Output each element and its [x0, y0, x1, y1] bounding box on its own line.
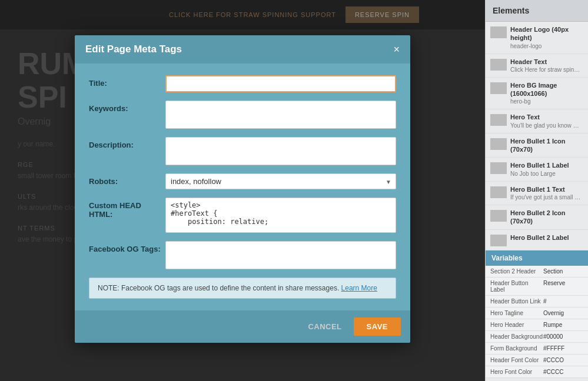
panel-item-sub: If you've got just a small tower roo	[510, 193, 581, 201]
variable-row: Hero Font Color #CCCC	[486, 366, 588, 378]
modal-header: Edit Page Meta Tags ×	[75, 35, 410, 63]
panel-item-thumbnail	[490, 59, 507, 71]
variable-row: Section 2 Header Section	[486, 266, 588, 278]
variable-key: Hero Header	[490, 322, 543, 328]
variable-row: Hero Header Rumpe	[486, 319, 588, 331]
variable-key: Hero Tagline	[490, 310, 543, 316]
variable-key: Header Button Label	[490, 280, 543, 293]
panel-item-thumbnail	[490, 162, 507, 174]
variable-value: Overnig	[543, 310, 564, 316]
variable-row: Header Background #00000	[486, 331, 588, 343]
right-panel: Elements Header Logo (40px height) heade…	[485, 0, 588, 381]
variable-value: Reserve	[543, 280, 565, 293]
modal-overlay: Edit Page Meta Tags × Title: Keywords: D…	[0, 0, 485, 381]
panel-item[interactable]: Hero Bullet 2 Icon (70x70)	[486, 205, 588, 230]
panel-item-label: Hero Bullet 1 Text	[510, 185, 583, 193]
variable-key: Hero Font Color	[490, 369, 543, 375]
description-input[interactable]	[165, 137, 396, 165]
learn-more-link[interactable]: Learn More	[341, 284, 377, 292]
modal-body: Title: Keywords: Description: Robots: in…	[75, 63, 410, 310]
custom-head-input[interactable]	[165, 198, 396, 233]
modal-footer: CANCEL SAVE	[75, 310, 410, 343]
panel-item[interactable]: Header Text Click Here for straw spinnin…	[486, 54, 588, 78]
variable-key: Header Background	[490, 333, 543, 340]
panel-item-sub: header-logo	[510, 42, 581, 50]
panel-item[interactable]: Hero Bullet 1 Label No Job too Large	[486, 158, 588, 181]
custom-head-row: Custom HEAD HTML:	[89, 198, 396, 233]
note-text: NOTE: Facebook OG tags are used to defin…	[98, 284, 339, 292]
variable-key: Section 2 Header	[490, 268, 543, 275]
title-label: Title:	[89, 75, 165, 88]
panel-item[interactable]: Hero BG Image (1600x1066) hero-bg	[486, 78, 588, 110]
variable-key: Header Font Color	[490, 357, 543, 363]
facebook-og-input[interactable]	[165, 241, 396, 269]
robots-label: Robots:	[89, 173, 165, 186]
title-row: Title:	[89, 75, 396, 92]
keywords-row: Keywords:	[89, 101, 396, 129]
panel-item-sub: No Job too Large	[510, 170, 581, 178]
panel-item-label: Hero BG Image (1600x1066)	[510, 81, 583, 98]
variable-value: #FFFFF	[543, 345, 564, 352]
robots-select[interactable]: index, follow index, nofollow noindex, f…	[165, 173, 396, 189]
variable-row: Header Button Link #	[486, 296, 588, 308]
panel-item-sub: hero-bg	[510, 98, 581, 105]
variable-key: Form Background	[490, 345, 543, 352]
edit-meta-tags-modal: Edit Page Meta Tags × Title: Keywords: D…	[75, 35, 410, 343]
panel-item-label: Header Logo (40px height)	[510, 25, 583, 42]
panel-item-thumbnail	[490, 210, 507, 222]
variable-row: Hero Tagline Overnig	[486, 308, 588, 319]
panel-item-label: Hero Bullet 2 Icon (70x70)	[510, 209, 583, 226]
variable-value: Section	[543, 268, 563, 275]
variable-value: Rumpe	[543, 322, 562, 328]
panel-item[interactable]: Hero Bullet 2 Label	[486, 230, 588, 250]
variables-title: Variables	[486, 250, 588, 266]
panel-item-thumbnail	[490, 138, 507, 150]
save-button[interactable]: SAVE	[354, 317, 401, 336]
panel-item-sub: You'll be glad you know our name.	[510, 122, 581, 129]
panel-item-thumbnail	[490, 114, 507, 126]
description-row: Description:	[89, 137, 396, 165]
panel-item-label: Hero Bullet 2 Label	[510, 233, 583, 242]
cancel-button[interactable]: CANCEL	[301, 319, 348, 335]
panel-item-thumbnail	[490, 186, 507, 198]
panel-item-label: Header Text	[510, 58, 583, 66]
variable-value: #CCCC	[543, 369, 563, 375]
keywords-input[interactable]	[165, 101, 396, 129]
custom-head-label: Custom HEAD HTML:	[89, 198, 165, 219]
variable-row: Form Background #FFFFF	[486, 343, 588, 355]
panel-item-label: Hero Bullet 1 Icon (70x70)	[510, 137, 583, 154]
modal-close-button[interactable]: ×	[393, 44, 400, 55]
panel-item-sub: Click Here for straw spinning supp	[510, 66, 581, 73]
variable-value: #00000	[543, 333, 563, 340]
modal-title: Edit Page Meta Tags	[85, 44, 182, 55]
panel-item-label: Hero Bullet 1 Label	[510, 161, 583, 169]
variable-value: #	[543, 298, 547, 305]
panel-item-thumbnail	[490, 82, 507, 94]
panel-item-thumbnail	[490, 26, 507, 38]
facebook-og-row: Facebook OG Tags:	[89, 241, 396, 269]
variables-list: Section 2 Header Section Header Button L…	[486, 266, 588, 378]
facebook-og-label: Facebook OG Tags:	[89, 241, 165, 253]
robots-select-wrapper: index, follow index, nofollow noindex, f…	[165, 173, 396, 189]
panel-item[interactable]: Hero Text You'll be glad you know our na…	[486, 109, 588, 133]
variable-row: Header Font Color #CCCO	[486, 355, 588, 366]
panel-item-label: Hero Text	[510, 113, 583, 121]
variable-key: Header Button Link	[490, 298, 543, 305]
variable-row: Header Button Label Reserve	[486, 278, 588, 296]
note-box: NOTE: Facebook OG tags are used to defin…	[89, 278, 396, 299]
title-input[interactable]	[165, 75, 396, 92]
description-label: Description:	[89, 137, 165, 149]
panel-item-thumbnail	[490, 235, 507, 246]
panel-item[interactable]: Header Logo (40px height) header-logo	[486, 22, 588, 54]
panel-item[interactable]: Hero Bullet 1 Icon (70x70)	[486, 133, 588, 158]
keywords-label: Keywords:	[89, 101, 165, 113]
panel-items: Header Logo (40px height) header-logo He…	[486, 22, 588, 250]
robots-row: Robots: index, follow index, nofollow no…	[89, 173, 396, 189]
panel-title: Elements	[486, 0, 588, 22]
variable-value: #CCCO	[543, 357, 564, 363]
panel-item[interactable]: Hero Bullet 1 Text If you've got just a …	[486, 182, 588, 205]
